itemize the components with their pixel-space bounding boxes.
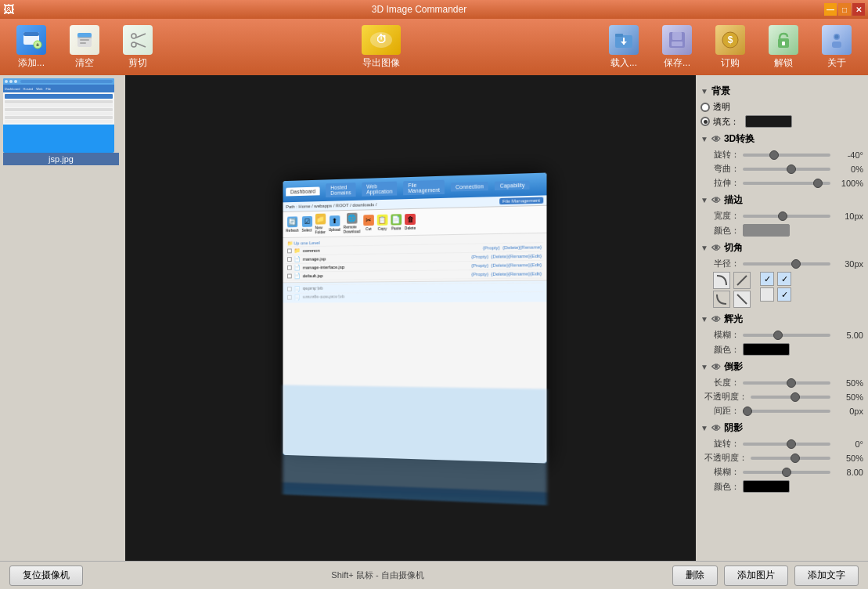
rotate-row: 旋转： -40°: [701, 149, 863, 161]
stroke-width-label: 宽度：: [701, 210, 740, 222]
corner-btn-tr[interactable]: [733, 272, 751, 289]
glow-blur-label: 模糊：: [701, 329, 740, 341]
stroke-width-row: 宽度： 10px: [701, 210, 863, 222]
bg-fill-radio[interactable]: [701, 117, 710, 126]
stroke-width-value: 10px: [834, 211, 863, 221]
bg-color-swatch[interactable]: [745, 115, 792, 128]
bend-row: 弯曲： 0%: [701, 163, 863, 175]
svg-line-30: [737, 294, 747, 304]
order-button[interactable]: $ 订购: [705, 22, 755, 72]
add-label: 添加...: [18, 56, 45, 70]
corner-eye[interactable]: 👁: [711, 243, 721, 254]
add-text-button[interactable]: 添加文字: [794, 566, 859, 586]
save-label: 保存...: [664, 56, 690, 70]
glow-eye[interactable]: 👁: [711, 314, 721, 325]
corner-btn-br[interactable]: [733, 291, 751, 308]
bg-transparent-radio[interactable]: [701, 103, 710, 112]
corner-btn-bl[interactable]: [713, 291, 730, 308]
svg-rect-28: [832, 42, 841, 48]
bend-slider[interactable]: [743, 168, 830, 171]
rotate-label: 旋转：: [701, 149, 740, 161]
corner-radius-value: 30px: [834, 259, 863, 269]
save-button[interactable]: 保存...: [652, 22, 702, 72]
unlock-button[interactable]: 解锁: [758, 22, 809, 72]
bg-section-header: ▼ 背景: [701, 85, 863, 98]
shadow-blur-slider[interactable]: [743, 471, 830, 474]
minimize-button[interactable]: —: [824, 3, 837, 16]
transform3d-eye[interactable]: 👁: [711, 134, 721, 145]
shadow-opacity-value: 50%: [834, 453, 863, 463]
corner-btn-tl[interactable]: [713, 272, 730, 289]
svg-point-27: [835, 34, 839, 38]
svg-text:+: +: [36, 42, 40, 49]
clear-icon: [70, 25, 99, 55]
close-button[interactable]: ✕: [852, 3, 865, 16]
shadow-blur-label: 模糊：: [701, 466, 740, 478]
corner-checkbox-grid: ✓ ✓ ✓: [760, 272, 793, 302]
shadow-eye[interactable]: 👁: [711, 423, 721, 434]
corner-cb-br[interactable]: ✓: [777, 287, 791, 302]
clear-button[interactable]: 清空: [59, 22, 110, 72]
canvas-area[interactable]: Dashboard HostedDomains WebApplication F…: [125, 75, 696, 561]
camera-hint: Shift+ 鼠标 - 自由摄像机: [89, 569, 666, 581]
svg-point-9: [131, 34, 136, 38]
thumbnail-preview: Dashboard Hosted Web File: [3, 78, 114, 153]
sc-reflected-row2: 📄 manage-interface.jsp: [286, 291, 543, 302]
bg-transparent-row: 透明: [701, 101, 863, 113]
reflection-degree-row: 长度： 50%: [701, 377, 863, 388]
glow-section-header: ▼ 👁 辉光: [701, 313, 863, 326]
cut-button[interactable]: 剪切: [113, 22, 163, 72]
stroke-width-slider[interactable]: [743, 215, 830, 218]
svg-line-29: [737, 276, 747, 285]
thumbnail-label: jsp.jpg: [3, 153, 119, 165]
shadow-opacity-slider[interactable]: [751, 457, 830, 460]
reflection-opacity-slider[interactable]: [751, 396, 830, 399]
delete-button[interactable]: 删除: [672, 566, 718, 586]
shadow-opacity-row: 不透明度： 50%: [701, 452, 863, 464]
reflection-eye[interactable]: 👁: [711, 362, 721, 373]
thumbnail-item[interactable]: Dashboard Hosted Web File jsp.jpg: [3, 78, 119, 165]
sc-tab-capability: Capability: [495, 180, 529, 190]
corner-cb-tl[interactable]: ✓: [760, 272, 774, 286]
export-button[interactable]: ⏱ 导出图像: [350, 22, 412, 72]
rotate-slider[interactable]: [743, 154, 830, 157]
about-icon: [822, 25, 852, 55]
about-button[interactable]: 关于: [812, 22, 862, 72]
corner-cb-bl[interactable]: [760, 287, 774, 302]
reflection-gap-slider[interactable]: [743, 410, 830, 413]
sc-tab-dashboard: Dashboard: [286, 186, 320, 196]
rotate-value: -40°: [834, 150, 863, 160]
unlock-icon: [769, 25, 798, 55]
transform3d-arrow: ▼: [701, 135, 708, 143]
maximize-button[interactable]: □: [838, 3, 851, 16]
shadow-rotate-slider[interactable]: [743, 443, 830, 446]
stroke-eye[interactable]: 👁: [711, 195, 721, 206]
shadow-color-swatch[interactable]: [743, 480, 790, 493]
corner-cb-tr[interactable]: ✓: [777, 272, 791, 286]
corner-radius-slider[interactable]: [743, 262, 830, 266]
unlock-label: 解锁: [774, 56, 793, 70]
corner-section-header: ▼ 👁 切角: [701, 241, 863, 255]
sc-cut-btn: ✂ Cut: [363, 215, 374, 231]
add-image-button[interactable]: 添加图片: [724, 566, 788, 586]
glow-blur-slider[interactable]: [743, 334, 830, 337]
load-icon: [609, 25, 639, 55]
reflection-title: 倒影: [724, 360, 743, 374]
shadow-rotate-row: 旋转： 0°: [701, 438, 863, 450]
sc-file-row-default: 📄 default.jsp {Propty} {Delete}{Rename}{…: [286, 269, 543, 280]
reset-camera-button[interactable]: 复位摄像机: [9, 566, 83, 586]
glow-color-row: 颜色：: [701, 343, 863, 356]
glow-color-swatch[interactable]: [743, 343, 790, 356]
sc-tab-hosted: HostedDomains: [326, 182, 355, 197]
stretch-value: 100%: [834, 179, 863, 188]
sc-refresh-btn: 🔄 Refresh: [286, 216, 298, 233]
reflection-degree-slider[interactable]: [743, 381, 830, 385]
add-button[interactable]: + 添加...: [6, 22, 56, 72]
transform3d-section-header: ▼ 👁 3D转换: [701, 132, 863, 146]
svg-line-11: [136, 34, 146, 38]
stroke-color-swatch[interactable]: [743, 224, 790, 237]
sc-upload-btn: ⬆ Upload: [328, 215, 340, 232]
stretch-slider[interactable]: [743, 182, 830, 185]
load-button[interactable]: 载入...: [599, 22, 649, 72]
reflection-gap-value: 0px: [834, 407, 863, 416]
